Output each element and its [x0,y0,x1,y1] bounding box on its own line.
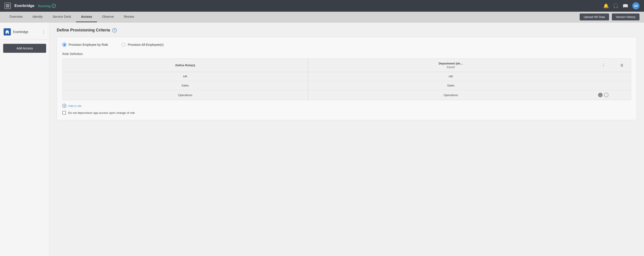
tab-access[interactable]: Access [76,12,97,22]
sidebar: Everbridge ⋮ Add Access [0,22,50,256]
brand-name: Everbridge [14,3,34,8]
running-status: Running ✓ [38,4,56,8]
table-header-row: Define Role(s) Department (de… Equals ⋮ [62,59,631,72]
table-row: HR HR [62,72,631,81]
page-title: Define Provisioning Criteria [57,28,110,32]
dept-cell-hr: HR [308,72,594,81]
column-options-button[interactable]: ⋮ [601,63,606,68]
table-row: Sales Sales [62,81,631,90]
role-table: Define Role(s) Department (de… Equals ⋮ [62,59,631,100]
row-delete-operations [613,90,631,100]
nav-left: Everbridge Running ✓ [4,3,56,9]
dept-header-label: Department (de… [438,62,463,65]
add-rule-row[interactable]: + Add a rule [62,104,631,108]
book-icon[interactable]: 📖 [622,3,628,8]
col-header-actions: ⋮ [594,59,613,72]
row-delete-hr [613,72,631,81]
col-header-department: Department (de… Equals [308,59,594,72]
add-access-button[interactable]: Add Access [3,44,46,53]
top-navigation: Everbridge Running ✓ 🔔 🎧 📖 SP [0,0,644,12]
radio-row: Provision Employee by Role Provision All… [62,43,631,47]
dept-cell-operations: Operations [308,90,594,100]
row-actions-hr [594,72,613,81]
sidebar-app-name: Everbridge [13,30,40,34]
status-label: Running [38,4,51,8]
tab-service-desk[interactable]: Service Desk [48,12,76,22]
sidebar-divider [0,39,49,40]
upload-hr-data-button[interactable]: Upload HR Data [580,13,609,20]
delete-column-button[interactable]: 🗑 [620,63,624,68]
table-row: Operations Operations − + [62,90,631,100]
page-title-row: Define Provisioning Criteria ? [57,28,637,32]
bell-icon[interactable]: 🔔 [603,3,609,8]
help-icon[interactable]: ? [112,28,117,32]
sidebar-logo [4,28,11,35]
deprovision-checkbox[interactable] [62,111,66,115]
svg-rect-0 [6,4,10,5]
tabs-list: Overview Identity Service Desk Access Ob… [4,12,139,22]
tab-review[interactable]: Review [119,12,139,22]
tab-nav-actions: Upload HR Data Version History [580,13,640,20]
role-cell-hr: HR [62,72,308,81]
radio-dot [64,44,66,46]
row-actions-sales [594,81,613,90]
role-definition-title: Role Definition [62,52,631,56]
remove-row-button[interactable]: − [598,93,602,97]
row-delete-sales [613,81,631,90]
status-check-icon: ✓ [52,4,56,8]
radio-label-all: Provision All Employee(s) [128,43,164,46]
main-content: Define Provisioning Criteria ? Provision… [50,22,644,256]
user-avatar[interactable]: SP [632,2,640,9]
version-history-button[interactable]: Version History [612,13,640,20]
add-rule-icon: + [62,104,66,108]
role-cell-operations: Operations [62,90,308,100]
role-cell-sales: Sales [62,81,308,90]
main-layout: Everbridge ⋮ Add Access Define Provision… [0,22,644,256]
dept-cell-sales: Sales [308,81,594,90]
tab-navigation: Overview Identity Service Desk Access Ob… [0,12,644,22]
radio-circle-unselected [122,43,126,47]
sidebar-header: Everbridge ⋮ [0,26,49,38]
tab-overview[interactable]: Overview [4,12,28,22]
radio-label-role: Provision Employee by Role [69,43,108,46]
role-table-wrapper: Define Role(s) Department (de… Equals ⋮ [62,58,631,100]
svg-rect-1 [6,5,10,6]
tab-identity[interactable]: Identity [28,12,48,22]
checkbox-label: Do not deprovision app access upon chang… [68,111,135,115]
checkbox-row: Do not deprovision app access upon chang… [62,111,631,115]
col-header-delete: 🗑 [613,59,631,72]
add-rule-label: Add a rule [68,104,82,108]
criteria-card: Provision Employee by Role Provision All… [57,37,637,120]
app-menu-icon[interactable] [4,3,11,9]
col-header-define-roles: Define Role(s) [62,59,308,72]
row-actions-operations: − + [594,90,613,100]
nav-right: 🔔 🎧 📖 SP [603,2,640,9]
dept-equals-label: Equals [447,66,455,69]
add-row-button[interactable]: + [604,93,608,97]
radio-provision-all[interactable]: Provision All Employee(s) [122,43,164,47]
tab-observe[interactable]: Observe [97,12,119,22]
radio-circle-selected [62,43,66,47]
radio-provision-by-role[interactable]: Provision Employee by Role [62,43,108,47]
svg-rect-2 [6,7,10,7]
headset-icon[interactable]: 🎧 [613,3,618,8]
sidebar-menu-button[interactable]: ⋮ [42,29,46,34]
